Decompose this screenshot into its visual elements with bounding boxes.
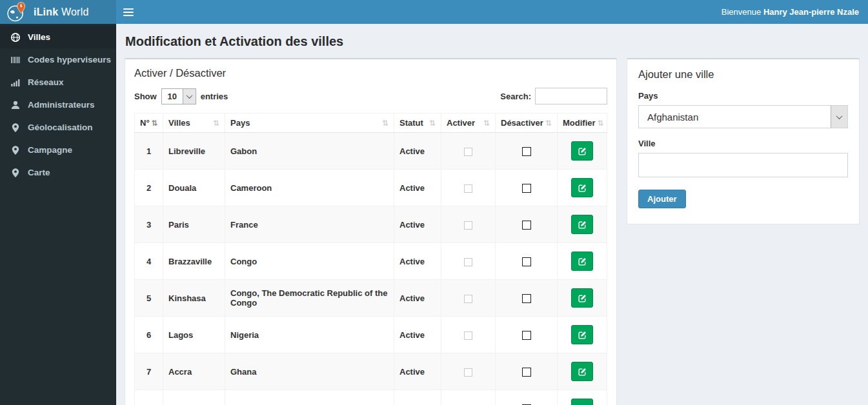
search-input[interactable] [535, 88, 607, 104]
column-header-desactiver[interactable]: Désactiver⇅ [496, 114, 558, 133]
edit-button[interactable] [571, 362, 593, 381]
page-length-select[interactable]: 10 [161, 88, 196, 104]
pays-cell: Cote d'Ivoire [225, 390, 394, 405]
sidebar-item-campagne[interactable]: Campagne [0, 139, 116, 161]
statut-cell: Active [394, 243, 441, 280]
sort-icon[interactable]: ⇅ [213, 119, 219, 127]
activer-checkbox[interactable] [464, 368, 472, 377]
sidebar-toggle-button[interactable] [123, 6, 134, 19]
sidebar-item-reseaux[interactable]: Réseaux [0, 71, 116, 94]
sidebar-item-villes[interactable]: Villes [0, 26, 116, 48]
page-title: Modification et Activation des villes [125, 34, 860, 49]
top-navbar: $ iLink World Bienvenue Hanry Jean-pierr… [0, 0, 868, 24]
desactiver-checkbox[interactable] [522, 368, 531, 377]
statut-cell: Active [394, 133, 441, 170]
ville-label: Ville [638, 139, 848, 148]
sidebar-item-label: Géolocalisation [28, 123, 93, 132]
edit-pencil-icon [578, 331, 587, 339]
edit-pencil-icon [578, 184, 587, 192]
pays-selected-value: Afghanistan [647, 112, 698, 123]
desactiver-checkbox[interactable] [522, 294, 531, 303]
pays-select[interactable]: Afghanistan [638, 105, 848, 128]
sort-icon[interactable]: ⇅ [598, 119, 604, 127]
row-number-cell: 1 [135, 133, 163, 170]
map-marker-icon [10, 145, 21, 155]
activer-desactiver-panel: Activer / Désactiver Show 10 entries Sea… [125, 58, 617, 405]
pays-cell: Congo [225, 243, 394, 280]
edit-pencil-icon [578, 221, 587, 229]
desactiver-checkbox[interactable] [522, 257, 531, 266]
edit-button[interactable] [571, 325, 593, 344]
column-header-modifier[interactable]: Modifier⇅ [558, 114, 607, 133]
ville-cell: Abidjan [163, 390, 225, 405]
chevron-down-icon [183, 89, 196, 104]
ville-cell: Accra [163, 353, 225, 390]
ajouter-button[interactable]: Ajouter [638, 190, 686, 208]
table-row: 1 Libreville Gabon Active [135, 133, 607, 170]
edit-pencil-icon [578, 147, 587, 155]
desactiver-checkbox[interactable] [522, 331, 531, 340]
desactiver-checkbox[interactable] [522, 184, 531, 193]
edit-button[interactable] [571, 399, 593, 405]
ville-cell: Kinshasa [163, 280, 225, 317]
statut-cell: Active [394, 280, 441, 317]
edit-button[interactable] [571, 178, 593, 197]
table-row: 6 Lagos Nigeria Active [135, 317, 607, 353]
sidebar-item-label: Administrateurs [28, 100, 95, 110]
statut-cell: Active [394, 390, 441, 405]
sort-icon[interactable]: ⇅ [152, 119, 158, 127]
villes-table: N°⇅ Villes⇅ Pays⇅ Statut⇅ Activer⇅ Désac… [134, 113, 607, 405]
pays-cell: Gabon [225, 133, 394, 170]
ville-cell: Douala [163, 170, 225, 206]
activer-checkbox[interactable] [464, 184, 472, 193]
activer-checkbox[interactable] [464, 221, 472, 230]
desactiver-checkbox[interactable] [522, 147, 531, 156]
column-header-num[interactable]: N°⇅ [135, 114, 163, 133]
sidebar-item-codes-hyperviseurs[interactable]: Codes hyperviseurs [0, 48, 116, 71]
activer-checkbox[interactable] [464, 295, 472, 303]
map-marker-icon [10, 123, 21, 133]
pays-cell: Nigeria [225, 317, 394, 353]
column-header-pays[interactable]: Pays⇅ [225, 114, 394, 133]
globe-icon [10, 32, 21, 43]
edit-button[interactable] [571, 252, 593, 271]
sidebar-item-administrateurs[interactable]: Administrateurs [0, 94, 116, 116]
edit-button[interactable] [571, 141, 593, 161]
desactiver-checkbox[interactable] [522, 221, 531, 230]
column-header-villes[interactable]: Villes⇅ [163, 114, 225, 133]
edit-button[interactable] [571, 288, 593, 308]
statut-cell: Active [394, 317, 441, 353]
ville-cell: Libreville [163, 133, 225, 170]
activer-checkbox[interactable] [464, 258, 472, 266]
sidebar-item-geolocalisation[interactable]: Géolocalisation [0, 116, 116, 139]
edit-button[interactable] [571, 215, 593, 234]
sort-icon[interactable]: ⇅ [545, 119, 552, 127]
sidebar-item-carte[interactable]: Carte [0, 161, 116, 184]
table-row: 2 Douala Cameroon Active [135, 170, 607, 206]
table-row: 4 Brazzaville Congo Active [135, 243, 607, 280]
panel-title: Activer / Désactiver [134, 67, 607, 79]
ville-input[interactable] [638, 153, 848, 177]
brand-name: iLink World [34, 6, 89, 18]
row-number-cell: 5 [135, 280, 163, 317]
search-label: Search: [500, 92, 531, 101]
brand-logo[interactable]: $ iLink World [0, 0, 116, 24]
sort-icon[interactable]: ⇅ [382, 119, 389, 127]
row-number-cell: 2 [135, 170, 163, 206]
sort-icon[interactable]: ⇅ [429, 119, 436, 127]
statut-cell: Active [394, 170, 441, 206]
column-header-statut[interactable]: Statut⇅ [394, 114, 441, 133]
pays-cell: Ghana [225, 353, 394, 390]
column-header-activer[interactable]: Activer⇅ [441, 114, 496, 133]
app-window: $ iLink World Bienvenue Hanry Jean-pierr… [0, 0, 868, 405]
edit-pencil-icon [578, 294, 587, 302]
table-row: 7 Accra Ghana Active [135, 353, 607, 390]
row-number-cell: 7 [135, 353, 163, 390]
activer-checkbox[interactable] [464, 331, 472, 340]
main-content: Modification et Activation des villes Ac… [116, 24, 868, 405]
svg-text:$: $ [19, 3, 23, 8]
activer-checkbox[interactable] [464, 148, 472, 156]
sort-icon[interactable]: ⇅ [483, 119, 490, 127]
row-number-cell: 6 [135, 317, 163, 353]
table-header-row: N°⇅ Villes⇅ Pays⇅ Statut⇅ Activer⇅ Désac… [135, 114, 607, 133]
